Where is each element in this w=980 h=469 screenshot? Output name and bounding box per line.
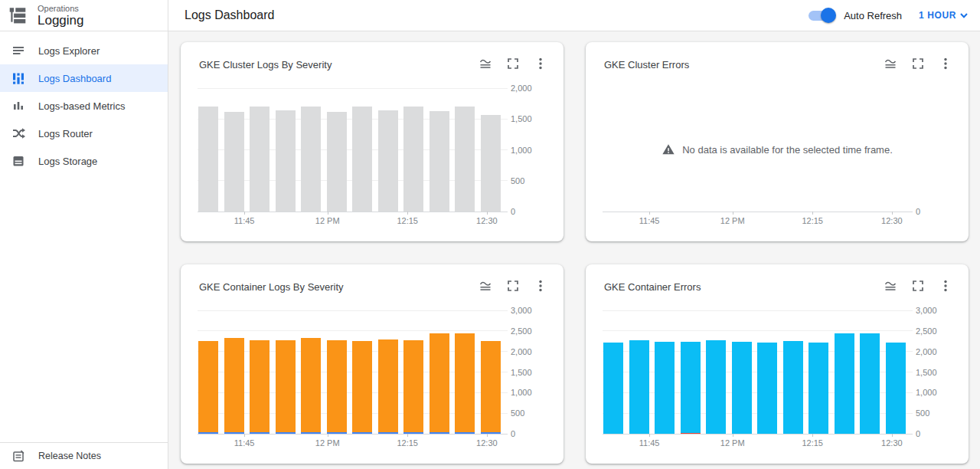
bar[interactable] (430, 333, 449, 432)
bar[interactable] (301, 338, 321, 431)
gridline (198, 330, 508, 331)
bar[interactable] (629, 340, 649, 434)
bar[interactable] (198, 432, 218, 434)
fullscreen-icon[interactable] (506, 57, 520, 71)
bar[interactable] (224, 112, 244, 212)
bar[interactable] (352, 432, 372, 434)
more-options-icon[interactable] (534, 279, 547, 293)
x-axis-label: 12:30 (466, 216, 508, 225)
logs-router-icon (11, 126, 26, 141)
sidebar-item-logs-based-metrics[interactable]: Logs-based Metrics (0, 92, 168, 120)
bar[interactable] (455, 333, 475, 432)
x-axis-label: 12:15 (791, 438, 834, 448)
auto-refresh-label: Auto Refresh (844, 10, 902, 21)
bar[interactable] (224, 432, 244, 434)
sidebar-item-logs-dashboard[interactable]: Logs Dashboard (0, 64, 168, 92)
y-axis-label: 0 (511, 429, 515, 438)
bar[interactable] (378, 110, 398, 212)
bar[interactable] (481, 432, 501, 434)
y-axis-label: 2,000 (511, 84, 532, 93)
bar[interactable] (403, 432, 423, 434)
y-axis-label: 1,000 (511, 146, 532, 155)
bar[interactable] (835, 333, 854, 434)
bar[interactable] (327, 112, 347, 212)
more-options-icon[interactable] (534, 57, 547, 71)
sidebar-item-release-notes[interactable]: Release Notes (0, 442, 168, 469)
wave-chart-icon[interactable] (479, 57, 492, 71)
bar[interactable] (352, 341, 372, 432)
bar[interactable] (224, 338, 244, 431)
bar[interactable] (198, 107, 218, 212)
bar[interactable] (681, 433, 701, 434)
x-axis-tick (649, 212, 650, 215)
gridline (198, 88, 508, 89)
y-axis-label: 2,000 (511, 347, 532, 356)
bar[interactable] (603, 343, 623, 434)
bar[interactable] (352, 107, 372, 212)
fullscreen-icon[interactable] (911, 57, 925, 71)
more-options-icon[interactable] (939, 57, 952, 71)
bar[interactable] (198, 341, 218, 432)
bar[interactable] (732, 342, 752, 434)
gridline (603, 330, 913, 331)
x-axis-label: 12:30 (871, 216, 913, 225)
y-axis-label: 2,500 (511, 326, 532, 336)
bar[interactable] (276, 340, 296, 432)
sidebar-item-logs-router[interactable]: Logs Router (0, 120, 168, 147)
sidebar: Operations Logging Logs Explorer (0, 0, 168, 469)
bar[interactable] (276, 432, 296, 434)
dashboard-content: GKE Cluster Logs By Severity 2,0001,5001… (168, 31, 980, 469)
chart-title: GKE Container Errors (604, 281, 701, 293)
wave-chart-icon[interactable] (884, 57, 897, 71)
auto-refresh-toggle[interactable] (808, 8, 835, 23)
x-axis-tick (328, 434, 328, 437)
bar[interactable] (301, 107, 321, 212)
bar[interactable] (301, 432, 321, 434)
bar[interactable] (327, 340, 347, 432)
bar[interactable] (403, 340, 423, 432)
bar[interactable] (886, 343, 906, 434)
time-range-value: 1 HOUR (919, 10, 956, 21)
y-axis-label: 3,000 (511, 306, 532, 315)
bar[interactable] (430, 111, 449, 212)
x-axis-tick (407, 212, 408, 215)
chart-card-gke-cluster-logs: GKE Cluster Logs By Severity 2,0001,5001… (181, 42, 564, 241)
time-range-dropdown[interactable]: 1 HOUR (919, 10, 968, 21)
x-axis-tick (892, 434, 893, 437)
bar[interactable] (455, 432, 475, 434)
sidebar-item-logs-explorer[interactable]: Logs Explorer (0, 37, 168, 64)
logging-app: Operations Logging Logs Explorer (0, 0, 980, 469)
bar[interactable] (378, 432, 398, 434)
fullscreen-icon[interactable] (911, 279, 925, 293)
fullscreen-icon[interactable] (506, 279, 520, 293)
wave-chart-icon[interactable] (884, 279, 897, 293)
bar[interactable] (481, 115, 501, 212)
x-axis-label: 12 PM (711, 216, 754, 225)
page-header: Logs Dashboard Auto Refresh 1 HOUR (168, 0, 980, 31)
bar[interactable] (250, 340, 270, 432)
bar[interactable] (655, 342, 675, 434)
bar[interactable] (430, 432, 449, 434)
bar[interactable] (378, 339, 398, 432)
wave-chart-icon[interactable] (479, 279, 492, 293)
bar[interactable] (860, 333, 880, 434)
bar[interactable] (783, 341, 803, 434)
bar[interactable] (706, 340, 726, 434)
bar[interactable] (757, 343, 777, 434)
bar[interactable] (250, 432, 270, 434)
bar-chart: 3,0002,5002,0001,5001,000500011:4512 PM1… (181, 264, 564, 464)
bar[interactable] (808, 343, 828, 434)
x-axis-tick (487, 212, 488, 215)
bar[interactable] (481, 341, 501, 432)
bar[interactable] (250, 107, 270, 212)
bar[interactable] (455, 107, 475, 212)
sidebar-item-logs-storage[interactable]: Logs Storage (0, 147, 168, 175)
bar[interactable] (327, 432, 347, 434)
y-axis-label: 3,000 (916, 306, 937, 315)
more-options-icon[interactable] (939, 279, 952, 293)
bar[interactable] (681, 342, 701, 433)
chart-title: GKE Cluster Logs By Severity (199, 59, 332, 71)
bar[interactable] (403, 107, 423, 212)
bar-chart: 0No data is available for the selected t… (586, 42, 969, 241)
bar[interactable] (276, 110, 296, 212)
